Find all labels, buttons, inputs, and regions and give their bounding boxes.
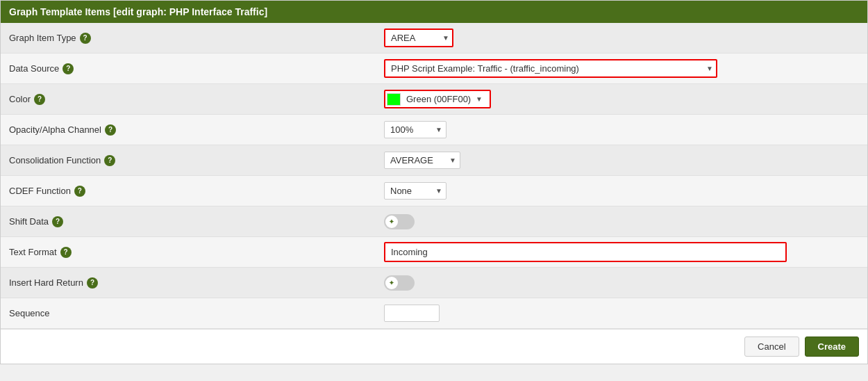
create-button[interactable]: Create: [805, 337, 859, 357]
insert-hard-return-toggle[interactable]: ✦: [384, 275, 415, 291]
header-title: Graph Template Items [edit graph: PHP In…: [9, 6, 267, 17]
color-select-wrapper: Green (00FF00) Red (FF0000) Blue (0000FF…: [403, 92, 487, 106]
consolidation-wrapper: AVERAGE MIN MAX LAST ▼: [384, 152, 460, 169]
help-data-source[interactable]: ?: [62, 63, 74, 74]
label-graph-item-type: Graph Item Type: [9, 33, 76, 43]
color-select[interactable]: Green (00FF00) Red (FF0000) Blue (0000FF…: [403, 92, 487, 106]
row-sequence: Sequence: [1, 298, 867, 329]
opacity-wrapper: 100% 90% 80% 70% ▼: [384, 121, 446, 138]
opacity-select[interactable]: 100% 90% 80% 70%: [384, 121, 446, 138]
data-source-wrapper: PHP Script Example: Traffic - (traffic_i…: [384, 59, 717, 78]
cancel-button[interactable]: Cancel: [744, 337, 799, 357]
shift-data-knob: ✦: [385, 216, 398, 228]
row-shift-data: Shift Data ? ✦: [1, 206, 867, 237]
row-insert-hard-return: Insert Hard Return ? ✦: [1, 268, 867, 298]
insert-hard-return-knob: ✦: [385, 277, 398, 289]
row-data-source: Data Source ? PHP Script Example: Traffi…: [1, 54, 867, 84]
help-cdef[interactable]: ?: [74, 186, 85, 197]
graph-item-type-select[interactable]: AREA LINE1 LINE2 LINE3 GPRINT COMMENT HR…: [384, 29, 453, 47]
row-opacity: Opacity/Alpha Channel ? 100% 90% 80% 70%…: [1, 115, 867, 145]
help-graph-item-type[interactable]: ?: [80, 33, 91, 44]
consolidation-select[interactable]: AVERAGE MIN MAX LAST: [384, 152, 460, 169]
help-insert-hard-return[interactable]: ?: [87, 277, 98, 289]
row-cdef: CDEF Function ? None Total Average ▼: [1, 176, 867, 206]
label-cdef: CDEF Function: [9, 186, 71, 196]
label-color: Color: [9, 94, 31, 104]
shift-data-toggle[interactable]: ✦: [384, 214, 415, 229]
text-format-wrapper: [384, 242, 787, 262]
text-format-input[interactable]: [385, 243, 785, 261]
form-body: Graph Item Type ? AREA LINE1 LINE2 LINE3…: [1, 23, 867, 329]
sequence-input[interactable]: [384, 305, 440, 322]
help-consolidation[interactable]: ?: [104, 155, 115, 166]
label-opacity: Opacity/Alpha Channel: [9, 124, 101, 135]
cdef-select[interactable]: None Total Average: [384, 182, 446, 200]
label-text-format: Text Format: [9, 247, 57, 257]
data-source-select[interactable]: PHP Script Example: Traffic - (traffic_i…: [384, 59, 717, 78]
label-sequence: Sequence: [9, 308, 50, 318]
row-text-format: Text Format ?: [1, 237, 867, 268]
help-color[interactable]: ?: [34, 94, 45, 105]
cdef-wrapper: None Total Average ▼: [384, 182, 446, 200]
form-footer: Cancel Create: [1, 329, 867, 364]
label-shift-data: Shift Data: [9, 216, 49, 227]
row-color: Color ? Green (00FF00) Red (FF0000) Blue…: [1, 84, 867, 115]
label-consolidation: Consolidation Function: [9, 155, 101, 165]
help-text-format[interactable]: ?: [60, 247, 72, 258]
row-graph-item-type: Graph Item Type ? AREA LINE1 LINE2 LINE3…: [1, 23, 867, 54]
help-opacity[interactable]: ?: [105, 124, 116, 136]
page-header: Graph Template Items [edit graph: PHP In…: [1, 1, 867, 23]
color-swatch[interactable]: [387, 93, 401, 106]
main-container: Graph Template Items [edit graph: PHP In…: [0, 0, 868, 364]
label-data-source: Data Source: [9, 63, 59, 74]
label-insert-hard-return: Insert Hard Return: [9, 277, 83, 288]
row-consolidation: Consolidation Function ? AVERAGE MIN MAX…: [1, 145, 867, 176]
help-shift-data[interactable]: ?: [52, 216, 63, 227]
graph-item-type-wrapper: AREA LINE1 LINE2 LINE3 GPRINT COMMENT HR…: [384, 29, 453, 47]
color-wrapper: Green (00FF00) Red (FF0000) Blue (0000FF…: [384, 90, 491, 108]
